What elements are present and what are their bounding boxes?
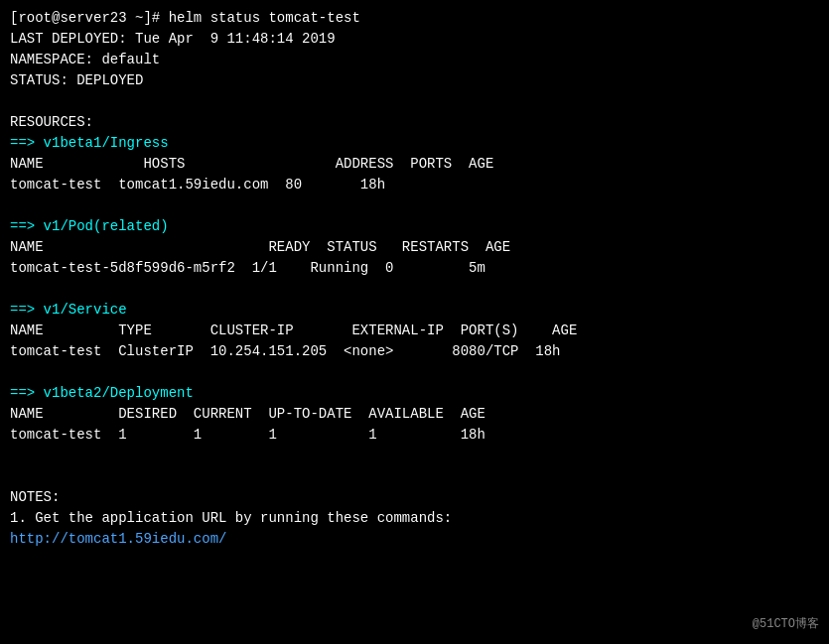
service-column-header: NAME TYPE CLUSTER-IP EXTERNAL-IP PORT(S)… [10,321,819,341]
empty-line-5 [10,446,819,466]
terminal-window: [root@server23 ~]# helm status tomcat-te… [0,0,829,644]
command-prompt: [root@server23 ~]# helm status tomcat-te… [10,8,819,29]
service-section-header: ==> v1/Service [10,300,819,321]
pod-column-header: NAME READY STATUS RESTARTS AGE [10,237,819,258]
pod-data-row: tomcat-test-5d8f599d6-m5rf2 1/1 Running … [10,258,819,279]
notes-label: NOTES: [10,487,819,508]
last-deployed-line: LAST DEPLOYED: Tue Apr 9 11:48:14 2019 [10,29,819,50]
watermark: @51CTO博客 [753,615,819,632]
deployment-section-header: ==> v1beta2/Deployment [10,383,819,404]
empty-line-4 [10,362,819,383]
empty-line-6 [10,466,819,487]
empty-line-2 [10,195,819,216]
service-data-row: tomcat-test ClusterIP 10.254.151.205 <no… [10,341,819,362]
empty-line-1 [10,91,819,112]
ingress-section-header: ==> v1beta1/Ingress [10,133,819,154]
notes-url[interactable]: http://tomcat1.59iedu.com/ [10,529,819,550]
pod-section-header: ==> v1/Pod(related) [10,216,819,237]
resources-label: RESOURCES: [10,112,819,133]
notes-instruction: 1. Get the application URL by running th… [10,508,819,529]
namespace-line: NAMESPACE: default [10,50,819,70]
deployment-column-header: NAME DESIRED CURRENT UP-TO-DATE AVAILABL… [10,404,819,425]
status-line: STATUS: DEPLOYED [10,70,819,91]
ingress-data-row: tomcat-test tomcat1.59iedu.com 80 18h [10,175,819,195]
deployment-data-row: tomcat-test 1 1 1 1 18h [10,425,819,446]
empty-line-3 [10,279,819,300]
ingress-column-header: NAME HOSTS ADDRESS PORTS AGE [10,154,819,175]
